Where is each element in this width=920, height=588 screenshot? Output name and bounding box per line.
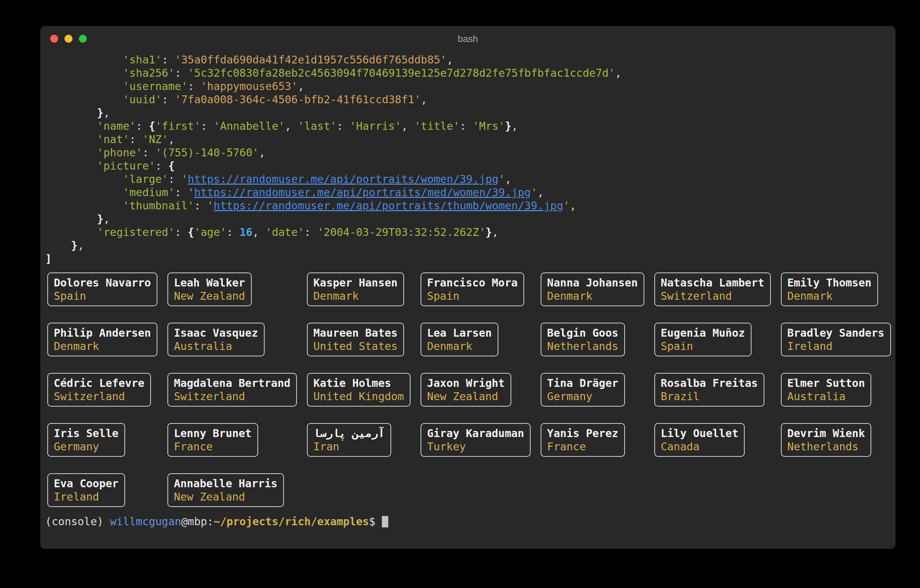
user-country: Canada [661, 440, 739, 453]
text-segment [45, 53, 123, 66]
terminal-content[interactable]: 'sha1': '35a0ffda690da41f42e1d1957c556d6… [41, 51, 895, 528]
text-segment: 'medium' [123, 186, 175, 199]
text-segment [45, 107, 97, 119]
text-segment: ~/projects/rich/examples [214, 515, 369, 528]
text-segment [45, 133, 97, 146]
user-country: Spain [427, 289, 518, 303]
user-card: Iris SelleGermany [47, 423, 125, 457]
user-name: Dolores Navarro [54, 276, 151, 289]
user-name: Cédric Lefevre [54, 376, 144, 390]
text-segment: { [188, 226, 194, 238]
output-line: 'sha1': '35a0ffda690da41f42e1d1957c556d6… [45, 53, 891, 66]
text-segment [45, 80, 123, 92]
text-segment: '35a0ffda690da41f42e1d1957c556d6f765ddb8… [175, 53, 447, 66]
user-card: Lily OuelletCanada [654, 423, 745, 457]
text-segment: 'thumbnail' [123, 199, 194, 212]
url-link[interactable]: https://randomuser.me/api/portraits/thum… [214, 199, 563, 212]
user-card: Lea LarsenDenmark [421, 323, 498, 356]
user-name: Belgin Goos [547, 326, 619, 340]
user-country: Iran [313, 440, 385, 453]
text-segment: , [512, 120, 518, 132]
text-segment: 'large' [123, 173, 168, 185]
text-segment: '5c32fc0830fa28eb2c4563094f70469139e125e… [188, 67, 615, 79]
user-name: Tina Dräger [547, 376, 619, 390]
text-segment: 16 [240, 226, 253, 238]
user-name: Emily Thomsen [787, 276, 871, 289]
text-segment: (console) [45, 515, 110, 528]
text-segment: 'phone' [97, 146, 143, 159]
user-name: Maureen Bates [313, 326, 398, 340]
text-segment: 'date' [265, 226, 304, 238]
output-line: }, [45, 212, 891, 225]
text-segment: 'sha1' [123, 53, 162, 66]
text-segment: , [538, 186, 544, 199]
text-segment: , [492, 226, 498, 238]
user-card: Elmer SuttonAustralia [781, 373, 871, 407]
user-card: Magdalena BertrandSwitzerland [167, 373, 297, 407]
text-segment: ' [563, 199, 570, 212]
text-segment: @mbp: [181, 515, 213, 528]
user-name: Lea Larsen [427, 326, 492, 340]
titlebar[interactable]: bash [41, 26, 895, 51]
user-country: Brazil [661, 390, 758, 403]
output-line: 'large': 'https://randomuser.me/api/port… [45, 172, 891, 186]
text-segment: } [97, 212, 104, 225]
text-segment: 'uuid' [123, 93, 162, 106]
user-country: Switzerland [54, 390, 144, 403]
url-link[interactable]: https://randomuser.me/api/portraits/wome… [188, 173, 498, 185]
user-country: Denmark [787, 289, 871, 303]
user-country: France [174, 440, 252, 453]
user-name: Eugenia Muñoz [661, 326, 745, 340]
zoom-button[interactable] [79, 35, 87, 43]
output-line: 'sha256': '5c32fc0830fa28eb2c4563094f704… [45, 66, 891, 79]
text-segment: , [401, 120, 414, 132]
user-card: Eugenia MuñozSpain [654, 323, 752, 356]
text-segment: , [285, 120, 298, 132]
user-card: Kasper HansenDenmark [307, 272, 404, 306]
text-segment: : [305, 226, 317, 238]
user-country: Australia [787, 390, 865, 403]
close-button[interactable] [50, 35, 58, 43]
terminal-window: bash 'sha1': '35a0ffda690da41f42e1d1957c… [40, 26, 895, 549]
text-segment [45, 120, 97, 132]
user-card: Devrim WienkNetherlands [781, 423, 871, 457]
user-country: Germany [547, 390, 619, 403]
user-country: Netherlands [547, 340, 619, 353]
text-segment: , [421, 93, 428, 106]
user-country: New Zealand [174, 490, 277, 504]
user-name: Giray Karaduman [427, 427, 524, 440]
user-card: Philip AndersenDenmark [47, 323, 157, 356]
user-card: Katie HolmesUnited Kingdom [307, 373, 410, 407]
text-segment: : [175, 67, 188, 79]
minimize-button[interactable] [65, 35, 73, 43]
user-name: آرمین پارسا [313, 427, 385, 440]
user-country: Germany [54, 440, 119, 453]
user-card: Jaxon WrightNew Zealand [421, 373, 511, 407]
text-segment: : [175, 226, 188, 238]
output-line: 'medium': 'https://randomuser.me/api/por… [45, 186, 891, 199]
text-segment: { [149, 120, 155, 132]
terminal-cursor [382, 516, 388, 527]
user-name: Philip Andersen [54, 326, 151, 340]
user-card: آرمین پارساIran [307, 423, 391, 457]
user-name: Magdalena Bertrand [174, 376, 290, 390]
text-segment: ' [531, 186, 538, 199]
output-line: 'name': {'first': 'Annabelle', 'last': '… [45, 119, 891, 133]
text-segment: 'Mrs' [473, 120, 505, 132]
text-segment: } [71, 239, 78, 252]
text-segment: 'age' [194, 226, 226, 238]
shell-prompt-line[interactable]: (console) willmcgugan@mbp:~/projects/ric… [45, 515, 891, 528]
text-segment: 'Annabelle' [214, 120, 285, 132]
text-segment: 'picture' [97, 160, 155, 172]
user-country: Ireland [787, 340, 884, 353]
text-segment: 'Harris' [350, 120, 402, 132]
user-name: Eva Cooper [54, 477, 119, 490]
user-card: Annabelle HarrisNew Zealand [167, 473, 284, 507]
url-link[interactable]: https://randomuser.me/api/portraits/med/… [194, 186, 531, 199]
output-line: 'nat': 'NZ', [45, 133, 891, 146]
text-segment: , [168, 133, 175, 146]
output-line: 'thumbnail': 'https://randomuser.me/api/… [45, 199, 891, 212]
output-line: }, [45, 239, 891, 252]
text-segment [45, 239, 71, 252]
user-card: Bradley SandersIreland [781, 323, 891, 356]
